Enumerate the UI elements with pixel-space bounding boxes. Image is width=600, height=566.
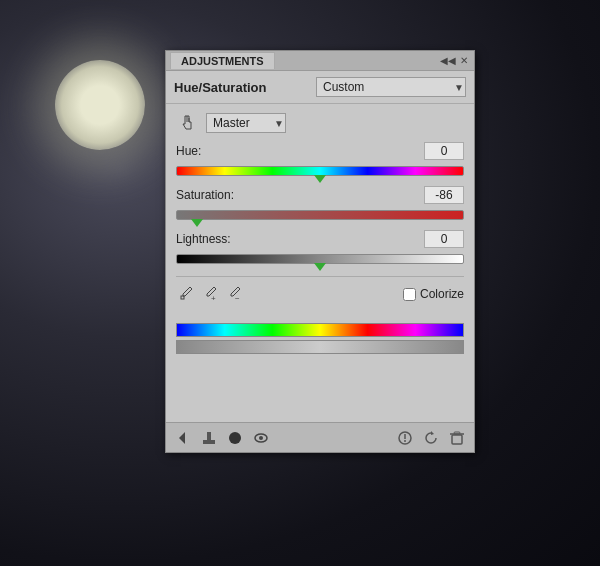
svg-marker-5 xyxy=(179,432,185,444)
panel-header: Hue/Saturation Custom ▼ xyxy=(166,71,474,104)
circle-button[interactable] xyxy=(224,427,246,449)
lightness-slider-row: Lightness: xyxy=(176,230,464,268)
lightness-track[interactable] xyxy=(176,254,464,264)
saturation-track[interactable] xyxy=(176,210,464,220)
moon-decoration xyxy=(55,60,145,150)
delete-button[interactable] xyxy=(446,427,468,449)
colorize-label: Colorize xyxy=(420,287,464,301)
svg-rect-7 xyxy=(207,432,211,442)
toolbar-left xyxy=(172,427,272,449)
svg-rect-17 xyxy=(454,432,460,434)
back-button[interactable] xyxy=(172,427,194,449)
panel-window-controls: ◀◀ ✕ xyxy=(442,55,470,67)
color-bars-section xyxy=(166,319,474,362)
create-adjustment-button[interactable] xyxy=(198,427,220,449)
hand-tool-icon[interactable] xyxy=(176,112,198,134)
svg-text:+: + xyxy=(211,294,216,302)
lightness-track-wrap[interactable] xyxy=(176,250,464,268)
panel-body: Master Reds Yellows Greens Cyans Blues M… xyxy=(166,104,474,319)
color-bar-gray xyxy=(176,340,464,354)
divider-1 xyxy=(176,276,464,277)
channel-row: Master Reds Yellows Greens Cyans Blues M… xyxy=(176,112,464,134)
hue-label: Hue: xyxy=(176,144,201,158)
colorize-checkbox[interactable] xyxy=(403,288,416,301)
close-icon[interactable]: ✕ xyxy=(458,55,470,67)
hue-track-wrap[interactable] xyxy=(176,162,464,180)
svg-rect-2 xyxy=(181,296,184,299)
saturation-label: Saturation: xyxy=(176,188,234,202)
svg-rect-15 xyxy=(452,435,462,444)
svg-text:−: − xyxy=(235,294,240,302)
lightness-thumb[interactable] xyxy=(314,263,326,271)
eyedropper-remove-icon[interactable]: − xyxy=(224,285,242,303)
channel-select-wrap: Master Reds Yellows Greens Cyans Blues M… xyxy=(206,113,286,133)
warning-button[interactable] xyxy=(394,427,416,449)
hue-value-input[interactable] xyxy=(424,142,464,160)
preset-select-wrap: Custom ▼ xyxy=(316,77,466,97)
svg-point-8 xyxy=(229,432,241,444)
eye-visibility-button[interactable] xyxy=(250,427,272,449)
svg-point-13 xyxy=(404,440,406,442)
saturation-thumb[interactable] xyxy=(191,219,203,227)
toolbar-right xyxy=(394,427,468,449)
hue-slider-row: Hue: xyxy=(176,142,464,180)
channel-select[interactable]: Master Reds Yellows Greens Cyans Blues M… xyxy=(206,113,286,133)
preset-select[interactable]: Custom xyxy=(316,77,466,97)
saturation-slider-row: Saturation: xyxy=(176,186,464,224)
bottom-toolbar xyxy=(166,422,474,452)
saturation-label-row: Saturation: xyxy=(176,186,464,204)
lightness-label-row: Lightness: xyxy=(176,230,464,248)
svg-marker-14 xyxy=(431,431,434,435)
colorize-row: Colorize xyxy=(403,287,464,301)
hue-label-row: Hue: xyxy=(176,142,464,160)
saturation-track-wrap[interactable] xyxy=(176,206,464,224)
lightness-value-input[interactable] xyxy=(424,230,464,248)
lightness-label: Lightness: xyxy=(176,232,231,246)
svg-point-10 xyxy=(259,436,263,440)
adjustments-panel: ADJUSTMENTS ◀◀ ✕ Hue/Saturation Custom ▼ xyxy=(165,50,475,453)
collapse-icon[interactable]: ◀◀ xyxy=(442,55,454,67)
spacer-area xyxy=(166,362,474,422)
refresh-button[interactable] xyxy=(420,427,442,449)
eyedropper-row: + − Colorize xyxy=(176,285,464,303)
adjustments-tab[interactable]: ADJUSTMENTS xyxy=(170,52,275,69)
eyedropper-add-icon[interactable]: + xyxy=(200,285,218,303)
saturation-value-input[interactable] xyxy=(424,186,464,204)
hue-track[interactable] xyxy=(176,166,464,176)
hue-thumb[interactable] xyxy=(314,175,326,183)
color-bar-rainbow xyxy=(176,323,464,337)
eyedropper-icon[interactable] xyxy=(176,285,194,303)
panel-titlebar: ADJUSTMENTS ◀◀ ✕ xyxy=(166,51,474,71)
panel-title: Hue/Saturation xyxy=(174,80,266,95)
